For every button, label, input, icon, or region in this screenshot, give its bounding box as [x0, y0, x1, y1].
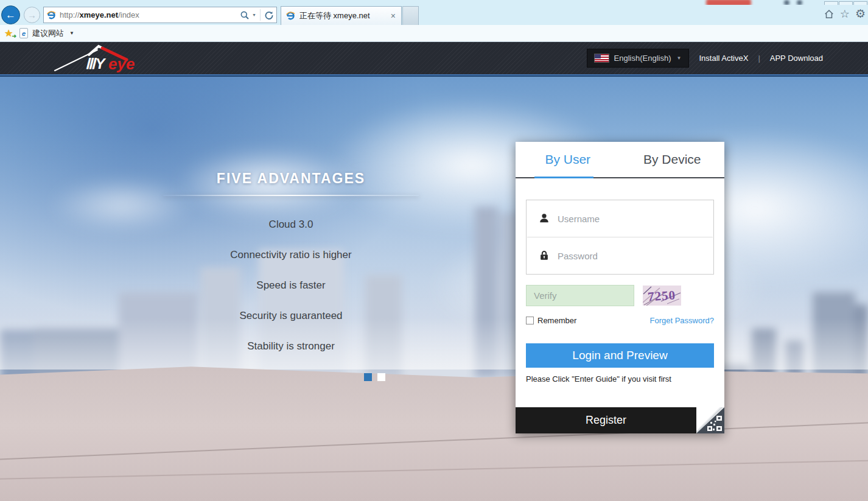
us-flag-icon [595, 54, 609, 62]
url-text[interactable]: http://xmeye.net/index [60, 10, 240, 19]
green-arrow-icon: ➜ [12, 33, 16, 39]
xmeye-logo[interactable]: ⅢY eye [54, 44, 151, 73]
favorites-star-icon[interactable]: ☆ [840, 9, 850, 19]
address-bar[interactable]: http://xmeye.net/index ▼ [43, 7, 277, 23]
new-tab-button[interactable] [402, 6, 419, 25]
remember-row: Remember Forget Password? [526, 316, 714, 325]
language-caret-icon: ▼ [677, 55, 682, 61]
back-arrow-icon: ← [5, 9, 16, 21]
enter-guide-hint: Please Click "Enter Guide" if you visit … [526, 374, 714, 407]
qr-code-icon [696, 407, 724, 433]
suggested-sites-label[interactable]: 建议网站 [32, 28, 64, 39]
tab-by-user[interactable]: By User [516, 142, 620, 177]
advantages-block: FIVE ADVANTAGES Cloud 3.0 Connectivity r… [0, 170, 582, 352]
username-row [527, 200, 713, 237]
browser-chrome: ← → http://xmeye.net/index ▼ 正 [0, 5, 868, 25]
home-icon[interactable] [824, 9, 835, 19]
forward-arrow-icon: → [27, 10, 37, 20]
language-label: English(English) [614, 54, 671, 63]
ie-icon [285, 11, 295, 21]
address-bar-divider [260, 9, 261, 21]
back-button[interactable]: ← [1, 5, 20, 24]
captcha-image[interactable]: 7250 [643, 286, 681, 306]
add-favorite-icon[interactable]: ★ ➜ [4, 28, 15, 39]
advantage-item: Connectivity ratio is higher [0, 249, 582, 261]
search-dropdown-icon[interactable]: ▼ [252, 13, 256, 17]
carousel-dot-active[interactable] [364, 373, 372, 381]
active-tab-underline [534, 177, 593, 178]
login-and-preview-button[interactable]: Login and Preview [526, 343, 714, 368]
forget-password-link[interactable]: Forget Password? [650, 316, 715, 325]
password-input[interactable] [558, 251, 691, 261]
site-header: ⅢY eye English(English) ▼ Install Active… [0, 42, 868, 74]
language-select[interactable]: English(English) ▼ [587, 49, 690, 68]
suggested-sites-caret-icon[interactable]: ▼ [69, 30, 74, 36]
title-divider [163, 195, 419, 196]
password-row [527, 237, 713, 274]
register-button[interactable]: Register [516, 407, 696, 433]
carousel-dot[interactable] [377, 373, 385, 381]
user-icon [539, 213, 550, 224]
app-download-link[interactable]: APP Download [770, 54, 823, 63]
ground-line [0, 419, 868, 462]
hero-section: FIVE ADVANTAGES Cloud 3.0 Connectivity r… [0, 74, 868, 501]
tab-title: 正在等待 xmeye.net [299, 10, 390, 21]
tab-close-icon[interactable]: × [390, 11, 397, 21]
login-tabs: By User By Device [516, 142, 724, 178]
window-top-strip [0, 0, 868, 5]
refresh-icon[interactable] [264, 10, 274, 20]
advantage-item: Stability is stronger [0, 340, 582, 352]
favorites-bar: ★ ➜ e 建议网站 ▼ [0, 25, 868, 42]
credentials-box [526, 200, 714, 275]
header-separator: | [758, 54, 760, 63]
svg-text:ⅢY: ⅢY [85, 55, 107, 72]
verify-input[interactable] [526, 285, 634, 306]
lock-icon [539, 250, 550, 261]
svg-text:7250: 7250 [647, 287, 676, 304]
ie-icon [46, 10, 56, 20]
advantage-item: Cloud 3.0 [0, 219, 582, 231]
advantages-title: FIVE ADVANTAGES [0, 170, 582, 187]
remember-label: Remember [537, 316, 576, 325]
search-icon[interactable] [240, 10, 250, 20]
browser-tab[interactable]: 正在等待 xmeye.net × [281, 6, 402, 25]
username-input[interactable] [558, 214, 691, 224]
forward-button[interactable]: → [24, 7, 40, 23]
remember-checkbox[interactable] [526, 317, 534, 324]
install-activex-link[interactable]: Install ActiveX [699, 54, 748, 63]
ground [0, 365, 868, 501]
settings-gear-icon[interactable]: ⚙ [855, 8, 866, 19]
login-panel: By User By Device [516, 142, 724, 433]
qr-code-corner[interactable] [696, 407, 724, 433]
advantage-item: Security is guaranteed [0, 310, 582, 322]
hero-top-divider [0, 74, 868, 77]
ground-line [0, 458, 868, 480]
suggested-sites-icon[interactable]: e [19, 28, 28, 38]
advantage-item: Speed is faster [0, 279, 582, 292]
svg-text:eye: eye [108, 55, 135, 73]
tab-by-device[interactable]: By Device [620, 142, 725, 177]
register-row: Register [516, 407, 724, 433]
carousel-dots [364, 373, 385, 381]
verify-row: 7250 [526, 285, 714, 306]
